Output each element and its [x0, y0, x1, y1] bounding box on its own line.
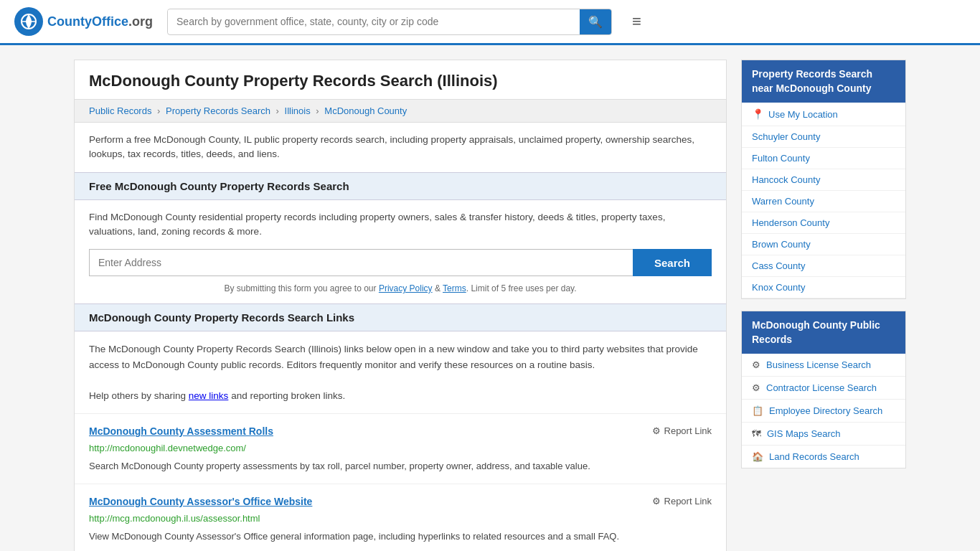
employee-directory-icon: 📋	[752, 405, 763, 416]
county-link-warren[interactable]: Warren County	[742, 191, 905, 212]
county-link-brown[interactable]: Brown County	[742, 234, 905, 255]
sidebar: Property Records Search near McDonough C…	[741, 60, 906, 551]
land-records-link[interactable]: Land Records Search	[769, 451, 859, 462]
global-search-input[interactable]	[168, 10, 580, 33]
terms-link[interactable]: Terms	[443, 283, 466, 293]
county-link-hancock[interactable]: Hancock County	[742, 169, 905, 191]
county-link-knox[interactable]: Knox County	[742, 277, 905, 298]
links-section-body: The McDonough County Property Records Se…	[75, 331, 726, 413]
breadcrumb-property-records-search[interactable]: Property Records Search	[166, 105, 270, 116]
global-search-button[interactable]: 🔍	[580, 9, 611, 34]
employee-directory-link[interactable]: Employee Directory Search	[769, 405, 882, 416]
record-desc-1: View McDonough County Assessor's Office …	[75, 528, 726, 551]
intro-text: Perform a free McDonough County, IL publ…	[75, 123, 726, 172]
site-logo[interactable]: CountyOffice.org	[14, 7, 153, 36]
public-records-item-3[interactable]: 🗺 GIS Maps Search	[742, 423, 905, 446]
contractor-license-icon: ⚙	[752, 382, 760, 393]
gis-maps-icon: 🗺	[752, 428, 761, 439]
record-row-0: McDonough County Assessment Rolls ⚙ Repo…	[75, 413, 726, 441]
breadcrumb: Public Records › Property Records Search…	[75, 99, 726, 123]
record-title-0[interactable]: McDonough County Assessment Rolls	[89, 425, 273, 437]
record-url-1[interactable]: http://mcg.mcdonough.il.us/assessor.html	[75, 512, 726, 528]
main-container: McDonough County Property Records Search…	[60, 45, 920, 551]
report-link-button-0[interactable]: ⚙ Report Link	[652, 425, 712, 436]
county-list: Schuyler County Fulton County Hancock Co…	[742, 126, 905, 298]
address-search-row: Search	[75, 249, 726, 283]
breadcrumb-mcdonough-county[interactable]: McDonough County	[324, 105, 407, 116]
public-records-item-0[interactable]: ⚙ Business License Search	[742, 354, 905, 377]
free-search-description: Find McDonough County residential proper…	[75, 200, 726, 250]
breadcrumb-illinois[interactable]: Illinois	[285, 105, 311, 116]
public-records-section-title: McDonough County Public Records	[742, 311, 905, 354]
county-link-cass[interactable]: Cass County	[742, 255, 905, 277]
breadcrumb-public-records[interactable]: Public Records	[89, 105, 151, 116]
logo-icon	[14, 7, 43, 36]
site-header: CountyOffice.org 🔍 ≡	[0, 0, 980, 45]
public-records-item-2[interactable]: 📋 Employee Directory Search	[742, 400, 905, 423]
logo-text: CountyOffice.org	[47, 14, 153, 29]
privacy-policy-link[interactable]: Privacy Policy	[379, 283, 433, 293]
form-note: By submitting this form you agree to our…	[75, 283, 726, 303]
address-input[interactable]	[89, 249, 633, 276]
business-license-link[interactable]: Business License Search	[766, 359, 871, 370]
record-row-1: McDonough County Assessor's Office Websi…	[75, 484, 726, 512]
county-link-henderson[interactable]: Henderson County	[742, 212, 905, 234]
business-license-icon: ⚙	[752, 359, 760, 370]
address-search-button[interactable]: Search	[633, 249, 712, 276]
nearby-section: Property Records Search near McDonough C…	[741, 60, 906, 299]
public-records-item-4[interactable]: 🏠 Land Records Search	[742, 446, 905, 468]
use-location-link[interactable]: Use My Location	[768, 109, 838, 120]
public-records-section: McDonough County Public Records ⚙ Busine…	[741, 311, 906, 468]
contractor-license-link[interactable]: Contractor License Search	[766, 382, 877, 393]
nearby-section-title: Property Records Search near McDonough C…	[742, 60, 905, 103]
report-icon-0: ⚙	[652, 425, 661, 436]
report-icon-1: ⚙	[652, 496, 661, 507]
gis-maps-link[interactable]: GIS Maps Search	[767, 428, 841, 439]
use-location-item[interactable]: 📍 Use My Location	[742, 103, 905, 126]
report-link-button-1[interactable]: ⚙ Report Link	[652, 496, 712, 507]
record-desc-0: Search McDonough County property assessm…	[75, 458, 726, 484]
location-icon: 📍	[752, 108, 764, 120]
record-title-1[interactable]: McDonough County Assessor's Office Websi…	[89, 496, 312, 507]
record-url-0[interactable]: http://mcdonoughil.devnetwedge.com/	[75, 441, 726, 458]
page-title: McDonough County Property Records Search…	[75, 60, 726, 99]
county-link-schuyler[interactable]: Schuyler County	[742, 126, 905, 148]
hamburger-menu-button[interactable]: ≡	[626, 9, 647, 34]
land-records-icon: 🏠	[752, 451, 763, 462]
public-records-item-1[interactable]: ⚙ Contractor License Search	[742, 377, 905, 400]
content-area: McDonough County Property Records Search…	[74, 60, 727, 551]
new-links-link[interactable]: new links	[189, 390, 229, 401]
global-search-bar: 🔍	[167, 9, 612, 35]
links-section-header: McDonough County Property Records Search…	[75, 303, 726, 331]
county-link-fulton[interactable]: Fulton County	[742, 148, 905, 169]
free-search-section-header: Free McDonough County Property Records S…	[75, 172, 726, 200]
